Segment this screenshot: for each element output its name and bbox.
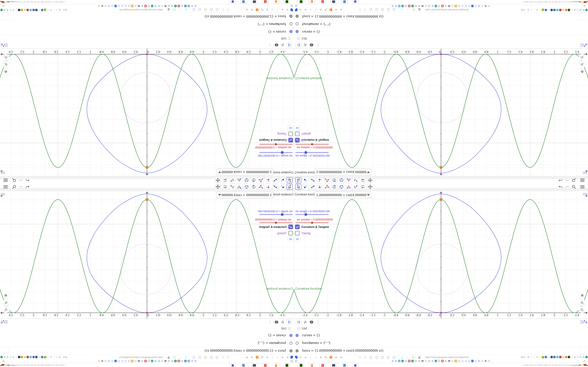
dropdown-arrow-icon[interactable] [367, 194, 370, 196]
globe-icon[interactable]: ⊕ [339, 356, 343, 359]
shield-icon[interactable]: ⬠ [412, 356, 415, 359]
algebra-row[interactable]: curves = {} [0, 332, 294, 340]
tracing-checkbox[interactable] [288, 231, 293, 235]
tool-move[interactable] [287, 177, 293, 183]
settings-gear-icon[interactable] [309, 42, 314, 48]
tool-slider[interactable]: a=2 [222, 184, 228, 190]
globe-icon[interactable]: ⊕ [245, 8, 249, 11]
tab-favicon-check[interactable]: ✓ [411, 360, 414, 362]
graphics-stylebar-toggle[interactable] [1, 192, 5, 196]
cyan-arch-icon[interactable] [29, 9, 32, 11]
arc-length-slider[interactable] [259, 214, 293, 215]
fx-icon[interactable]: fx [280, 42, 285, 48]
rainbow-pencil-icon[interactable] [44, 9, 46, 11]
search-icon[interactable] [12, 178, 17, 183]
taskbar-app-settings-app[interactable]: ⚙ [262, 364, 268, 367]
visibility-toggle-empty[interactable] [289, 22, 293, 25]
tab-favicon-Ya[interactable]: Я [177, 360, 180, 362]
visibility-toggle-filled-blue[interactable] [289, 30, 293, 33]
help-fab-button[interactable] [2, 347, 9, 354]
taskbar-app-monitor-app[interactable] [251, 364, 258, 367]
rainbow-pencil-icon[interactable] [44, 356, 46, 358]
tab-favicon-G[interactable]: G [415, 360, 417, 362]
taskbar-app-monitor-app[interactable] [330, 364, 337, 367]
pin-icon[interactable] [290, 355, 294, 359]
tab-favicon-ggb[interactable]: ⬡ [468, 5, 470, 7]
tab-favicon-G[interactable]: G [431, 360, 434, 362]
puzzle-icon[interactable]: ⎄ [9, 9, 12, 11]
tool-line[interactable] [310, 184, 316, 190]
taskbar-app-floppy64-app[interactable]: 64 [241, 0, 247, 3]
step-animation-button[interactable] [295, 126, 300, 130]
tab-favicon-G[interactable]: G [108, 5, 110, 7]
tab-favicon-Ya[interactable]: Я [441, 360, 444, 362]
firefox-icon[interactable] [329, 356, 332, 359]
puzzle-icon[interactable]: ⎄ [576, 9, 579, 11]
arc-length-slider[interactable] [295, 152, 329, 153]
blue-plus-icon[interactable] [32, 356, 35, 358]
tab-favicon-W[interactable]: W [164, 5, 167, 7]
ring-icon[interactable] [216, 8, 218, 11]
dark-cn-icon[interactable] [18, 356, 20, 358]
tab-favicon-Ya[interactable]: Я [177, 5, 180, 7]
graphics-view[interactable]: -2.4-2.2-2-1.8-1.6-1.4-1.2-1-0.8-0.6-0.4… [0, 191, 294, 319]
tab-favicon-dot2[interactable] [151, 5, 154, 7]
tab-favicon-G[interactable]: G [428, 5, 431, 7]
tool-intersect-lines[interactable] [317, 177, 323, 183]
kebab-menu-icon[interactable]: ⋮ [315, 319, 321, 325]
zoom-out-button[interactable] [2, 307, 9, 313]
tool-move-graphics-view[interactable] [215, 177, 221, 183]
folder-icon[interactable]: □ [184, 356, 188, 359]
capsule-icon[interactable]: ▭ [38, 356, 41, 358]
tab-favicon-dot1[interactable] [187, 5, 190, 7]
collapse-tabs-icon[interactable] [2, 5, 5, 7]
gear-icon[interactable]: ⚙ [582, 9, 585, 11]
globe-icon[interactable]: ⊕ [299, 8, 302, 11]
zoom-in-button[interactable] [579, 61, 586, 67]
egg-icon[interactable]: ○ [571, 356, 573, 358]
tab-favicon-chat[interactable] [114, 5, 117, 7]
red-circle-icon[interactable] [559, 356, 562, 358]
tab-favicon-G[interactable]: G [405, 5, 407, 7]
cyan-arch-icon[interactable] [556, 356, 559, 358]
tab-favicon-ggb[interactable]: ⬡ [475, 360, 477, 362]
dark-cn-icon[interactable] [568, 356, 570, 358]
settings-gear-icon[interactable] [309, 319, 314, 325]
tab-favicon-ggb[interactable]: ⬡ [465, 5, 467, 7]
back-icon[interactable]: ← [533, 9, 535, 11]
green-dot-icon[interactable] [585, 356, 588, 358]
tracing-checkbox[interactable] [295, 132, 300, 136]
tab-favicon-ggb[interactable]: ⬡ [424, 5, 427, 7]
ring-icon[interactable] [375, 8, 378, 11]
algebra-row[interactable]: funcs = {1.000000000000 + cos(4.00000000… [294, 347, 588, 355]
green-dot-icon[interactable] [585, 9, 588, 11]
tab-favicon-info[interactable]: ⓘ [438, 360, 441, 362]
search-icon[interactable] [12, 184, 17, 189]
tab-favicon-info[interactable]: ⓘ [147, 360, 150, 362]
tab-favicon-G[interactable]: G [157, 5, 160, 7]
collapse-tabs-icon[interactable] [2, 360, 5, 362]
tab-favicon-f[interactable]: f [488, 5, 490, 7]
visibility-toggle-filled-blue[interactable] [295, 334, 299, 337]
pinwheel-icon[interactable] [565, 356, 567, 358]
green-dot-icon[interactable] [0, 9, 3, 11]
tab-favicon-ggb[interactable]: ⬡ [458, 5, 460, 7]
tab-favicon-G[interactable]: G [444, 360, 447, 362]
algebra-row[interactable]: curves = {} [0, 27, 294, 35]
globe-icon[interactable]: ⊕ [286, 8, 289, 11]
ring-icon[interactable] [375, 356, 378, 359]
tab-favicon-G[interactable]: G [194, 360, 197, 362]
taskbar-app-settings-app[interactable]: ⚙ [320, 0, 326, 3]
kebab-menu-icon[interactable]: ⋮ [315, 42, 321, 48]
tab-favicon-ggb[interactable]: ⬡ [481, 5, 484, 7]
barrel-icon[interactable]: ▤ [24, 9, 26, 11]
algebra-row[interactable]: curves = {} [294, 332, 588, 340]
globe-icon[interactable]: ⊕ [304, 356, 307, 359]
tab-favicon-gear[interactable]: ⚙ [484, 5, 487, 7]
folder-icon[interactable]: □ [184, 8, 188, 11]
fx-icon[interactable]: fx [303, 319, 308, 325]
puzzle-icon[interactable]: ⎄ [576, 356, 579, 358]
tool-circle-center-point[interactable] [251, 184, 257, 190]
visibility-toggle-empty[interactable] [295, 342, 299, 345]
undo-icon[interactable] [25, 184, 30, 189]
